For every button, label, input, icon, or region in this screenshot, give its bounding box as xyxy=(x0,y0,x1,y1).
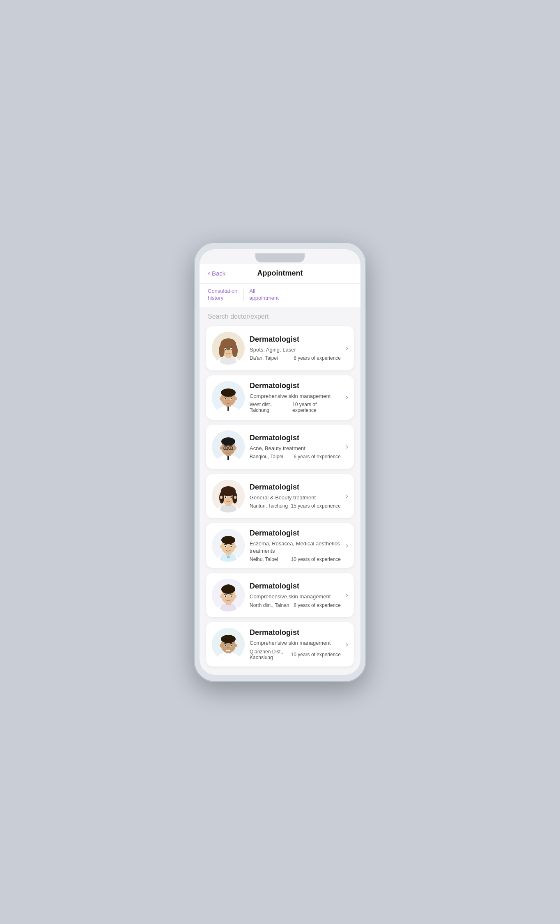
svg-point-81 xyxy=(230,595,232,597)
svg-point-93 xyxy=(225,645,226,646)
svg-point-94 xyxy=(231,645,232,646)
doctor-info-2: Dermatologist Comprehensive skin managem… xyxy=(250,382,341,413)
doctor-title-2: Dermatologist xyxy=(250,382,341,390)
header: ‹ Back Appointment xyxy=(200,264,360,284)
svg-point-89 xyxy=(220,644,222,647)
tab-divider xyxy=(243,289,243,301)
doctor-location-4: Nantun, Taichung xyxy=(250,503,288,509)
doctor-card-2[interactable]: Dermatologist Comprehensive skin managem… xyxy=(206,375,354,420)
chevron-right-icon-2: › xyxy=(346,393,348,402)
doctor-specialty-7: Comprehensive skin management xyxy=(250,639,341,647)
doctor-location-2: West dist., Taichung xyxy=(250,402,292,413)
doctor-location-1: Da'an, Taipei xyxy=(250,355,278,361)
svg-point-49 xyxy=(234,496,236,499)
doctor-meta-4: Nantun, Taichung 15 years of experience xyxy=(250,503,341,509)
doctor-location-5: Neihu, Taipei xyxy=(250,556,278,562)
doctor-meta-1: Da'an, Taipei 8 years of experience xyxy=(250,355,341,361)
doctor-card-6[interactable]: Dermatologist Comprehensive skin managem… xyxy=(206,573,354,617)
doctor-experience-2: 10 years of experience xyxy=(292,402,341,413)
doctor-card-4[interactable]: Dermatologist General & Beauty treatment… xyxy=(206,474,354,518)
svg-point-63 xyxy=(234,545,236,548)
doctor-info-4: Dermatologist General & Beauty treatment… xyxy=(250,483,341,509)
doctor-location-7: Qianzhen Dist.,Kaohsiung xyxy=(250,649,283,660)
doctor-experience-5: 10 years of experience xyxy=(291,556,341,562)
doctor-specialty-4: General & Beauty treatment xyxy=(250,494,341,501)
svg-point-24 xyxy=(225,398,226,399)
search-section: Search doctor/expert xyxy=(200,307,360,324)
svg-point-88 xyxy=(221,635,236,643)
doctor-meta-7: Qianzhen Dist.,Kaohsiung 10 years of exp… xyxy=(250,649,341,660)
doctor-specialty-5: Eczema, Rosacea, Medical aesthetics trea… xyxy=(250,540,341,555)
doctor-avatar-3 xyxy=(212,430,245,463)
svg-point-75 xyxy=(224,584,232,591)
doctor-avatar-7 xyxy=(212,628,245,661)
svg-point-7 xyxy=(232,344,238,357)
svg-point-62 xyxy=(220,545,223,548)
doctor-title-3: Dermatologist xyxy=(250,434,341,442)
svg-point-53 xyxy=(230,496,232,498)
phone-frame: ‹ Back Appointment Consultation history … xyxy=(194,242,366,682)
tab-consultation-history[interactable]: Consultation history xyxy=(208,288,237,302)
svg-point-12 xyxy=(227,351,229,352)
doctor-experience-3: 6 years of experience xyxy=(294,454,341,460)
doctor-meta-3: Banqiou, Taipei 6 years of experience xyxy=(250,454,341,460)
doctor-avatar-4 xyxy=(212,480,245,513)
svg-point-10 xyxy=(225,349,226,350)
doctor-specialty-3: Acne, Beauty treatment xyxy=(250,445,341,452)
svg-point-36 xyxy=(220,446,223,450)
doctor-card-1[interactable]: Dermatologist Spots, Aging, Laser Da'an,… xyxy=(206,326,354,370)
doctor-title-4: Dermatologist xyxy=(250,483,341,492)
doctor-avatar-5 xyxy=(212,529,245,562)
phone-screen: ‹ Back Appointment Consultation history … xyxy=(200,249,360,675)
svg-rect-85 xyxy=(223,653,233,661)
svg-point-66 xyxy=(225,546,226,547)
doctor-info-6: Dermatologist Comprehensive skin managem… xyxy=(250,582,341,608)
svg-point-37 xyxy=(234,446,236,450)
doctor-info-1: Dermatologist Spots, Aging, Laser Da'an,… xyxy=(250,335,341,361)
doctor-card-3[interactable]: Dermatologist Acne, Beauty treatment Ban… xyxy=(206,425,354,469)
svg-point-48 xyxy=(220,496,223,499)
tabs-section: Consultation history All appointment xyxy=(200,284,360,307)
svg-point-25 xyxy=(231,398,232,399)
back-chevron-icon: ‹ xyxy=(208,269,210,277)
svg-point-39 xyxy=(230,447,232,448)
svg-point-67 xyxy=(230,546,232,547)
doctor-title-5: Dermatologist xyxy=(250,529,341,538)
tab-all-appointment[interactable]: All appointment xyxy=(249,288,279,302)
svg-point-19 xyxy=(221,388,236,397)
doctor-specialty-1: Spots, Aging, Laser xyxy=(250,346,341,354)
svg-point-77 xyxy=(234,595,236,598)
chevron-right-icon-3: › xyxy=(346,442,348,451)
doctor-card-7[interactable]: Dermatologist Comprehensive skin managem… xyxy=(206,622,354,667)
svg-point-20 xyxy=(220,397,222,400)
svg-point-82 xyxy=(227,598,229,598)
doctor-meta-5: Neihu, Taipei 10 years of experience xyxy=(250,556,341,562)
notch-bar xyxy=(200,249,360,264)
doctor-experience-6: 8 years of experience xyxy=(294,602,341,608)
chevron-right-icon-6: › xyxy=(346,591,348,600)
svg-point-52 xyxy=(225,496,226,498)
doctor-title-7: Dermatologist xyxy=(250,628,341,637)
doctor-avatar-6 xyxy=(212,579,245,611)
chevron-right-icon-5: › xyxy=(346,541,348,550)
svg-point-6 xyxy=(219,344,225,357)
doctor-meta-6: North dist., Tainan 8 years of experienc… xyxy=(250,602,341,608)
chevron-right-icon-4: › xyxy=(346,492,348,500)
doctor-experience-1: 8 years of experience xyxy=(294,355,341,361)
back-button[interactable]: ‹ Back xyxy=(208,269,236,277)
search-placeholder[interactable]: Search doctor/expert xyxy=(208,313,352,320)
chevron-right-icon-7: › xyxy=(346,640,348,649)
chevron-right-icon-1: › xyxy=(346,344,348,352)
svg-point-80 xyxy=(225,595,226,597)
doctor-card-5[interactable]: Dermatologist Eczema, Rosacea, Medical a… xyxy=(206,523,354,568)
svg-point-21 xyxy=(234,397,237,400)
svg-point-11 xyxy=(231,349,232,350)
doctor-title-1: Dermatologist xyxy=(250,335,341,344)
doctor-experience-7: 10 years of experience xyxy=(291,652,341,657)
svg-point-68 xyxy=(227,548,229,549)
doctor-info-5: Dermatologist Eczema, Rosacea, Medical a… xyxy=(250,529,341,562)
doctor-list: Dermatologist Spots, Aging, Laser Da'an,… xyxy=(200,324,360,675)
doctor-avatar-2 xyxy=(212,381,245,414)
svg-point-58 xyxy=(227,556,230,558)
svg-point-61 xyxy=(221,536,235,544)
